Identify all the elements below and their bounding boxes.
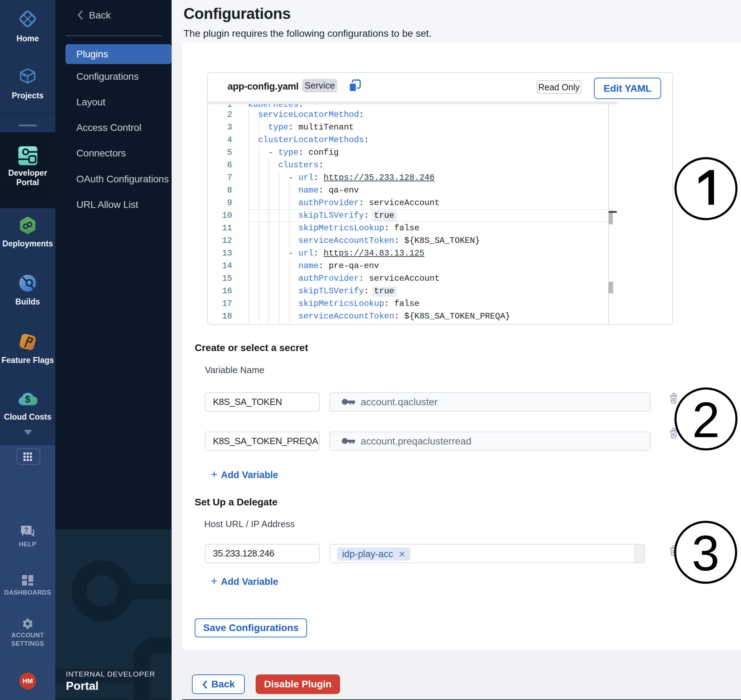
- svg-text:$: $: [25, 394, 31, 404]
- svg-text:?: ?: [24, 526, 28, 534]
